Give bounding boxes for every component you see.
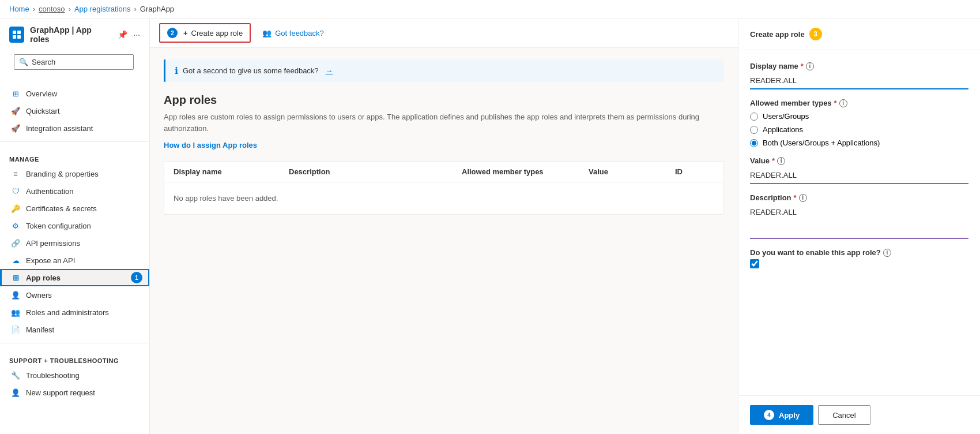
- sidebar-item-label: Troubleshooting: [26, 371, 80, 380]
- radio-users-groups-input[interactable]: [750, 113, 758, 121]
- table-empty-msg: No app roles have been added.: [164, 182, 723, 214]
- breadcrumb-tenant[interactable]: contoso: [39, 5, 65, 13]
- feedback-icon: 👥: [262, 29, 272, 38]
- col-display-name: Display name: [174, 167, 289, 176]
- sidebar-item-token-config[interactable]: ⚙ Token configuration: [0, 217, 149, 234]
- sidebar-item-label: Manifest: [26, 326, 54, 334]
- breadcrumb: Home › contoso › App registrations › Gra…: [0, 0, 980, 18]
- shield-icon: 🛡: [11, 186, 20, 196]
- sidebar-item-expose-api[interactable]: ☁ Expose an API: [0, 252, 149, 269]
- sidebar-item-label: Branding & properties: [26, 170, 99, 178]
- panel-badge-3: 3: [809, 28, 822, 40]
- sidebar-item-authentication[interactable]: 🛡 Authentication: [0, 182, 149, 200]
- svg-rect-2: [13, 35, 16, 39]
- table-header: Display name Description Allowed member …: [164, 162, 723, 182]
- apply-label: Apply: [779, 411, 800, 420]
- value-info-icon[interactable]: i: [777, 157, 785, 165]
- form-group-enable-role: Do you want to enable this app role? i: [750, 248, 968, 268]
- display-name-input[interactable]: [750, 73, 968, 89]
- info-banner: ℹ Got a second to give us some feedback?…: [164, 59, 724, 82]
- feedback-button[interactable]: 👥 Got feedback?: [255, 25, 331, 41]
- member-types-radio-group: Users/Groups Applications Both (Users/Gr…: [750, 112, 968, 147]
- section-link[interactable]: How do I assign App roles: [164, 141, 257, 149]
- radio-applications-input[interactable]: [750, 126, 758, 134]
- sidebar-item-label: Integration assistant: [26, 124, 93, 133]
- sidebar-item-label: Token configuration: [26, 222, 91, 230]
- svg-rect-0: [13, 31, 16, 34]
- description-info-icon[interactable]: i: [799, 194, 807, 202]
- sidebar-item-new-support[interactable]: 👤 New support request: [0, 384, 149, 401]
- col-member-types: Allowed member types: [462, 167, 589, 176]
- sidebar-item-label: Owners: [26, 291, 52, 300]
- roles-icon: 👥: [11, 308, 20, 317]
- col-description: Description: [289, 167, 462, 176]
- integration-icon: 🚀: [11, 124, 20, 133]
- member-types-info-icon[interactable]: i: [839, 99, 847, 107]
- sidebar: GraphApp | App roles 📌 ··· 🔍 « ⊞ Overvie…: [0, 18, 150, 434]
- info-icon: ℹ: [175, 65, 178, 76]
- collapse-button[interactable]: «: [144, 55, 150, 70]
- sidebar-item-manifest[interactable]: 📄 Manifest: [0, 321, 149, 338]
- more-icon[interactable]: ···: [133, 30, 140, 39]
- sidebar-item-label: Roles and administrators: [26, 308, 109, 317]
- search-box[interactable]: 🔍: [14, 54, 134, 70]
- sidebar-item-owners[interactable]: 👤 Owners: [0, 286, 149, 304]
- cancel-button[interactable]: Cancel: [818, 405, 870, 425]
- sidebar-item-api-permissions[interactable]: 🔗 API permissions: [0, 234, 149, 252]
- feedback-label: Got feedback?: [275, 29, 324, 38]
- breadcrumb-app-registrations[interactable]: App registrations: [74, 5, 131, 13]
- sidebar-item-integration[interactable]: 🚀 Integration assistant: [0, 119, 149, 137]
- col-value: Value: [589, 167, 675, 176]
- radio-both: Both (Users/Groups + Applications): [750, 139, 968, 147]
- radio-both-input[interactable]: [750, 139, 758, 147]
- toolbar: 2 + Create app role 👥 Got feedback?: [150, 18, 738, 48]
- content-area: 2 + Create app role 👥 Got feedback? ℹ Go…: [150, 18, 738, 434]
- display-name-label: Display name * i: [750, 62, 968, 70]
- section-desc: App roles are custom roles to assign per…: [164, 111, 724, 134]
- app-header: GraphApp | App roles 📌 ···: [0, 18, 149, 44]
- expose-icon: ☁: [11, 256, 20, 265]
- create-app-role-button[interactable]: 2 + Create app role: [159, 23, 251, 43]
- form-group-value: Value * i: [750, 156, 968, 184]
- app-icon: [9, 27, 24, 43]
- enable-role-checkbox-group: [750, 259, 968, 268]
- sidebar-item-roles-admin[interactable]: 👥 Roles and administrators: [0, 304, 149, 321]
- apply-button[interactable]: 4 Apply: [750, 405, 813, 425]
- sidebar-item-quickstart[interactable]: 🚀 Quickstart: [0, 102, 149, 119]
- description-label: Description * i: [750, 193, 968, 202]
- banner-link[interactable]: →: [326, 66, 333, 75]
- sidebar-item-branding[interactable]: ≡ Branding & properties: [0, 165, 149, 182]
- breadcrumb-current: GraphApp: [140, 5, 174, 13]
- radio-users-groups: Users/Groups: [750, 112, 968, 121]
- owners-icon: 👤: [11, 290, 20, 300]
- person-icon: 👤: [11, 388, 20, 397]
- sidebar-item-label: API permissions: [26, 239, 80, 248]
- sidebar-item-label: Quickstart: [26, 107, 60, 115]
- radio-applications: Applications: [750, 125, 968, 134]
- sidebar-item-app-roles[interactable]: ⊞ App roles: [0, 269, 149, 286]
- value-input[interactable]: [750, 167, 968, 184]
- enable-role-checkbox[interactable]: [750, 259, 759, 268]
- page-content: ℹ Got a second to give us some feedback?…: [150, 48, 738, 434]
- right-panel-header: Create app role 3: [738, 18, 980, 50]
- search-icon: 🔍: [19, 58, 28, 66]
- api-icon: 🔗: [11, 238, 20, 248]
- enable-role-info-icon[interactable]: i: [883, 249, 891, 257]
- pin-icon[interactable]: 📌: [118, 30, 127, 39]
- sidebar-item-troubleshooting[interactable]: 🔧 Troubleshooting: [0, 366, 149, 384]
- nav-section-manage: Manage ≡ Branding & properties 🛡 Authent…: [0, 151, 149, 338]
- sidebar-item-overview[interactable]: ⊞ Overview: [0, 85, 149, 102]
- description-textarea[interactable]: READER.ALL: [750, 204, 968, 239]
- step-badge-1: 1: [131, 272, 142, 283]
- search-input[interactable]: [32, 58, 129, 66]
- create-btn-wrapper: 2 + Create app role: [159, 23, 251, 43]
- sidebar-item-label: Expose an API: [26, 256, 75, 265]
- sidebar-item-certificates[interactable]: 🔑 Certificates & secrets: [0, 200, 149, 217]
- section-title: App roles: [164, 93, 724, 107]
- right-panel: Create app role 3 Display name * i Allow…: [738, 18, 980, 434]
- nav-section-support: Support + Troubleshooting 🔧 Troubleshoot…: [0, 353, 149, 401]
- plus-icon: +: [183, 29, 188, 38]
- breadcrumb-home[interactable]: Home: [9, 5, 29, 13]
- right-panel-title: Create app role 3: [750, 28, 822, 40]
- display-name-info-icon[interactable]: i: [806, 62, 814, 70]
